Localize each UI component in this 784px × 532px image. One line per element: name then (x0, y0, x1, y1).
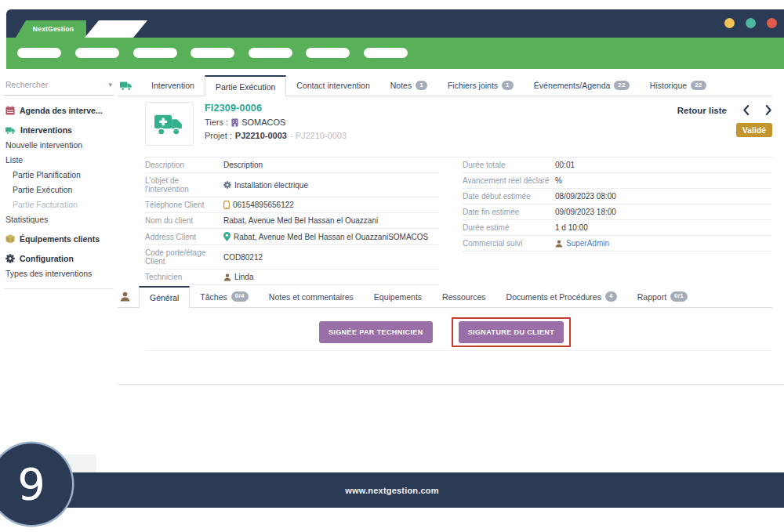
subtab-ressources[interactable]: Ressources (432, 286, 495, 307)
window-close-dot[interactable] (767, 18, 777, 28)
tab-label: Fichiers joints (448, 81, 498, 90)
sidebar-item-liste[interactable]: Liste (5, 155, 114, 165)
card-bottom-divider (118, 384, 784, 385)
projet-code[interactable]: PJ2210-0003 (235, 131, 287, 140)
redacted-nav-item (306, 48, 350, 58)
sidebar-item-label: Configuration (20, 254, 74, 263)
detail-value: Linda (223, 273, 253, 281)
commercial-suivi-link[interactable]: SuperAdmin (566, 239, 609, 248)
detail-row-date-debut: Date début estimée 08/09/2023 08:00 (463, 189, 772, 204)
map-pin-icon (223, 232, 230, 241)
subtab-taches[interactable]: Tâches0/4 (190, 286, 258, 307)
tiers-name: SOMACOS (241, 118, 285, 127)
signed-by-technician-button[interactable]: SIGNÉE PAR TECHNICIEN (319, 321, 433, 343)
sidebar-item-configuration[interactable]: Configuration (5, 254, 114, 263)
redacted-nav-item (75, 48, 119, 58)
redacted-nav-item (191, 48, 234, 58)
main-nav-bar (6, 38, 784, 69)
tab-notes[interactable]: Notes1 (380, 75, 437, 96)
detail-label: Commercial suivi (463, 239, 555, 248)
tab-partie-execution[interactable]: Partie Exécution (205, 75, 286, 96)
tab-count-badge: 4 (605, 291, 617, 302)
sidebar-item-equipements-clients[interactable]: Équipements clients (5, 234, 114, 244)
person-icon (223, 273, 231, 281)
sidebar: Rechercher ▾ Agenda des interve... Inter… (0, 69, 118, 472)
detail-row-telephone-client: Téléphone Client 06154895656122 (145, 197, 439, 213)
sidebar-item-partie-execution[interactable]: Partie Exécution (5, 185, 114, 194)
detail-value: 1 d 10:00 (555, 223, 588, 232)
record-header-right: Retour liste Validé (677, 102, 772, 146)
sidebar-item-label: Équipements clients (20, 234, 100, 244)
sidebar-nav: Agenda des interve... Interventions Nouv… (0, 106, 118, 278)
sidebar-item-nouvelle-intervention[interactable]: Nouvelle intervention (5, 140, 114, 150)
sidebar-item-interventions[interactable]: Interventions (5, 125, 114, 135)
truck-icon (120, 81, 132, 91)
tab-count-badge: 0/1 (670, 291, 688, 302)
redacted-nav-item (133, 48, 177, 58)
window-minimize-dot[interactable] (724, 18, 735, 28)
detail-row-description: Description Description (145, 157, 439, 173)
sidebar-item-types-des-interventions[interactable]: Types des interventions (5, 269, 114, 278)
previous-record-icon[interactable] (742, 105, 750, 115)
gear-icon (223, 181, 231, 189)
redacted-nav-item (17, 48, 61, 58)
back-to-list-link[interactable]: Retour liste (677, 106, 727, 115)
tab-label: Rapport (637, 292, 666, 302)
footer-bar: www.nextgestion.com (0, 472, 784, 508)
detail-value-text: Linda (234, 273, 253, 281)
detail-value-text: Rabat, Avenue Med Bel Hassan el Ouazzani… (234, 233, 428, 241)
person-icon (555, 240, 563, 248)
box-icon (5, 234, 15, 244)
record-header: FI2309-0006 Tiers : SOMACOS Projet : PJ2… (145, 102, 772, 146)
tab-evenements-agenda[interactable]: Événements/Agenda22 (524, 75, 640, 96)
sidebar-item-partie-planification[interactable]: Partie Planification (5, 170, 114, 179)
details-column-right: Durée totale 00:01 Avancement réel décla… (463, 157, 772, 285)
next-record-icon[interactable] (765, 105, 772, 115)
subtab-general[interactable]: Général (139, 286, 190, 308)
details-section: Description Description L'objet de l'int… (145, 157, 772, 285)
tab-historique[interactable]: Historique22 (640, 75, 717, 96)
subtab-rapport[interactable]: Rapport0/1 (627, 286, 698, 307)
detail-label: Date fin estimée (463, 208, 555, 216)
sidebar-item-agenda[interactable]: Agenda des interve... (5, 106, 114, 115)
tab-fichiers-joints[interactable]: Fichiers joints1 (437, 75, 524, 96)
client-signature-button[interactable]: SIGNATURE DU CLIENT (459, 321, 564, 343)
detail-row-nom-client: Nom du client Rabat, Avenue Med Bel Hass… (145, 213, 439, 229)
detail-label: Address Client (145, 233, 223, 241)
projet-label: Projet : (205, 131, 232, 140)
tab-count-badge: 1 (502, 81, 514, 91)
redacted-brand-shape (85, 20, 147, 38)
detail-row-duree-totale: Durée totale 00:01 (463, 157, 772, 173)
tab-label: Ressources (442, 292, 485, 302)
app-window: NextGestion Rechercher ▾ Agenda d (0, 0, 784, 532)
sidebar-item-statistiques[interactable]: Statistiques (5, 215, 114, 224)
tab-contact-intervention[interactable]: Contact intervention (286, 75, 379, 96)
detail-label: Description (145, 161, 223, 169)
subtab-equipements[interactable]: Equipements (364, 286, 432, 307)
tab-label: Général (150, 293, 179, 302)
record-info: FI2309-0006 Tiers : SOMACOS Projet : PJ2… (205, 102, 347, 146)
subtab-notes-commentaires[interactable]: Notes et commentaires (259, 286, 364, 307)
detail-value: 00:01 (555, 161, 575, 169)
detail-value: COD80212 (223, 253, 263, 262)
detail-value: 06154895656122 (223, 201, 294, 209)
search-select[interactable]: Rechercher ▾ (4, 76, 114, 96)
detail-label: L'objet de l'intervention (145, 176, 223, 194)
subtab-documents-procedures[interactable]: Documents et Procédures4 (496, 286, 627, 307)
sidebar-item-partie-facturation[interactable]: Partie Facturation (5, 200, 114, 209)
record-projet-line: Projet : PJ2210-0003 - PJ2210-0003 (205, 131, 347, 140)
window-controls (724, 18, 777, 28)
detail-row-commercial-suivi: Commercial suivi SuperAdmin (463, 236, 772, 252)
top-title-bar: NextGestion (6, 9, 784, 38)
actions-divider (145, 350, 772, 351)
tab-count-badge: 1 (416, 81, 427, 91)
detail-value: Rabat, Avenue Med Bel Hassan el Ouazzani (223, 216, 378, 225)
sidebar-item-label: Agenda des interve... (20, 106, 103, 115)
window-maximize-dot[interactable] (746, 18, 756, 28)
detail-row-avancement: Avancement réel déclaré % (463, 173, 772, 189)
details-column-left: Description Description L'objet de l'int… (145, 157, 439, 285)
tab-intervention[interactable]: Intervention (141, 75, 205, 96)
detail-label: Avancement réel déclaré (463, 176, 555, 185)
tab-label: Notes et commentaires (269, 292, 354, 302)
detail-label: Nom du client (145, 216, 223, 225)
